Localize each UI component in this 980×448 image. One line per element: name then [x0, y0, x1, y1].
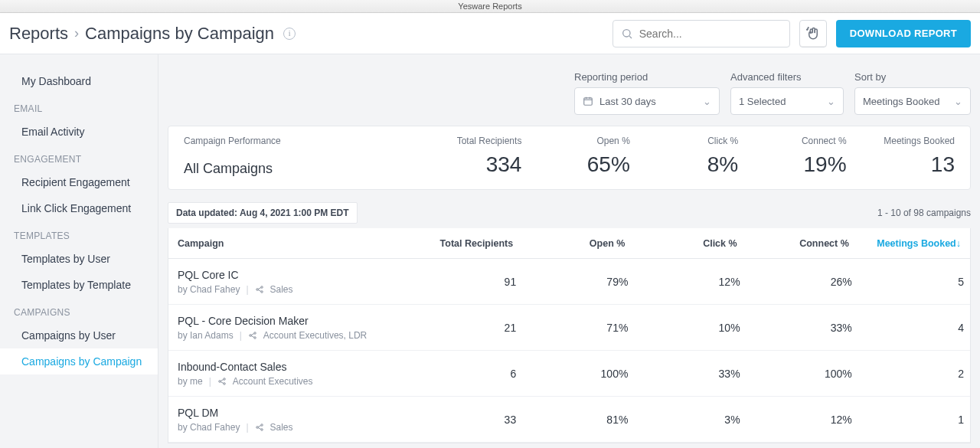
reporting-period-picker[interactable]: Last 30 days ⌄	[574, 87, 720, 115]
summary-val-meetings: 13	[850, 152, 955, 177]
svg-line-20	[220, 381, 224, 383]
info-icon[interactable]: i	[283, 28, 296, 40]
campaign-tag: Account Executives, LDR	[263, 330, 367, 341]
summary-val-connect: 19%	[741, 152, 846, 177]
summary-val-total-recipients: 334	[416, 152, 521, 177]
campaign-name: PQL - Core Decision Maker	[178, 315, 404, 327]
sidebar-item-templates-by-user[interactable]: Templates by User	[0, 246, 158, 272]
campaign-author: me	[190, 376, 203, 387]
svg-line-10	[258, 289, 261, 291]
campaign-name: PQL Core IC	[178, 269, 404, 281]
cell-total-recipients: 21	[404, 322, 516, 334]
table-row[interactable]: PQL DM by Chad Fahey | Sales 33 81% 3% 1…	[168, 397, 970, 443]
th-total-recipients[interactable]: Total Recipients	[404, 238, 516, 249]
sidebar: My Dashboard EMAIL Email Activity ENGAGE…	[0, 54, 158, 448]
svg-line-24	[258, 425, 261, 427]
campaign-tag: Sales	[270, 284, 293, 295]
sort-desc-icon: ↓	[956, 238, 961, 249]
sidebar-item-campaigns-by-user[interactable]: Campaigns by User	[0, 322, 158, 348]
cell-connect: 12%	[740, 414, 852, 426]
cell-open: 71%	[516, 322, 628, 334]
cell-total-recipients: 91	[404, 276, 516, 288]
share-icon	[248, 331, 257, 340]
chevron-down-icon: ⌄	[954, 96, 962, 107]
cell-meetings: 2	[852, 368, 964, 380]
calendar-icon	[583, 96, 593, 106]
th-campaign[interactable]: Campaign	[175, 238, 404, 249]
campaign-name: Inbound-Contact Sales	[178, 361, 404, 373]
sidebar-item-link-click-engagement[interactable]: Link Click Engagement	[0, 195, 158, 221]
sidebar-section-email: EMAIL	[0, 94, 158, 119]
search-input-wrap[interactable]	[612, 20, 790, 47]
sidebar-item-campaigns-by-campaign[interactable]: Campaigns by Campaign	[0, 348, 158, 374]
share-icon	[217, 377, 227, 386]
breadcrumb: Reports › Campaigns by Campaign i	[9, 24, 296, 44]
reporting-period-label: Reporting period	[574, 71, 720, 83]
chevron-down-icon: ⌄	[703, 96, 711, 107]
campaign-tag: Sales	[270, 422, 293, 433]
cell-click: 12%	[628, 276, 740, 288]
th-connect[interactable]: Connect %	[740, 238, 852, 249]
table-row[interactable]: PQL Core IC by Chad Fahey | Sales 91 79%…	[168, 259, 970, 305]
sort-by-label: Sort by	[854, 71, 971, 83]
svg-rect-2	[584, 98, 593, 105]
search-input[interactable]	[639, 28, 782, 40]
campaign-author: Chad Fahey	[190, 284, 240, 295]
svg-line-1	[629, 36, 632, 38]
sidebar-section-templates: TEMPLATES	[0, 221, 158, 246]
paging-label: 1 - 10 of 98 campaigns	[877, 208, 971, 218]
th-open[interactable]: Open %	[516, 238, 628, 249]
window-title: Yesware Reports	[458, 2, 521, 11]
table-row[interactable]: Inbound-Contact Sales by me | Account Ex…	[168, 351, 970, 397]
sidebar-item-my-dashboard[interactable]: My Dashboard	[0, 68, 158, 94]
chevron-down-icon: ⌄	[827, 96, 835, 107]
campaign-author: Ian Adams	[190, 330, 234, 341]
summary-col-open: Open %	[524, 136, 629, 152]
svg-line-19	[220, 379, 224, 381]
sidebar-item-email-activity[interactable]: Email Activity	[0, 119, 158, 145]
advanced-filters-value: 1 Selected	[739, 96, 786, 107]
advanced-filters-picker[interactable]: 1 Selected ⌄	[730, 87, 844, 115]
th-meetings[interactable]: Meetings Booked↓	[852, 238, 964, 249]
campaign-tag: Account Executives	[233, 376, 313, 387]
sidebar-section-engagement: ENGAGEMENT	[0, 145, 158, 169]
cell-click: 33%	[628, 368, 740, 380]
sidebar-item-recipient-engagement[interactable]: Recipient Engagement	[0, 169, 158, 195]
sort-by-value: Meetings Booked	[863, 96, 939, 107]
sidebar-section-campaigns: CAMPAIGNS	[0, 298, 158, 322]
breadcrumb-root[interactable]: Reports	[9, 24, 68, 44]
meta-row: Data updated: Aug 4, 2021 1:00 PM EDT 1 …	[168, 202, 971, 224]
svg-line-9	[258, 287, 261, 289]
search-icon	[621, 28, 633, 40]
summary-col-meetings: Meetings Booked	[850, 136, 955, 152]
summary-val-click: 8%	[633, 152, 738, 177]
cell-open: 100%	[516, 368, 628, 380]
summary-col-connect: Connect %	[741, 136, 846, 152]
download-report-button[interactable]: DOWNLOAD REPORT	[836, 20, 971, 47]
summary-name: All Campaigns	[184, 161, 413, 177]
advanced-filters-label: Advanced filters	[730, 71, 844, 83]
svg-line-15	[251, 335, 254, 337]
sort-by-picker[interactable]: Meetings Booked ⌄	[854, 87, 971, 115]
cell-connect: 33%	[740, 322, 852, 334]
cell-total-recipients: 6	[404, 368, 516, 380]
table-header: Campaign Total Recipients Open % Click %…	[168, 228, 970, 259]
summary-col-total-recipients: Total Recipients	[416, 136, 521, 152]
th-click[interactable]: Click %	[628, 238, 740, 249]
summary-card: Campaign Performance Total Recipients Op…	[168, 126, 971, 190]
topbar: Reports › Campaigns by Campaign i DOWNLO…	[0, 13, 980, 54]
cell-click: 3%	[628, 414, 740, 426]
cell-total-recipients: 33	[404, 414, 516, 426]
table-row[interactable]: PQL - Core Decision Maker by Ian Adams |…	[168, 305, 970, 351]
chevron-right-icon: ›	[74, 25, 79, 41]
sidebar-item-templates-by-template[interactable]: Templates by Template	[0, 272, 158, 298]
cell-connect: 26%	[740, 276, 852, 288]
share-icon	[255, 423, 264, 432]
cell-click: 10%	[628, 322, 740, 334]
svg-point-0	[622, 29, 629, 36]
window-titlebar: Yesware Reports	[0, 0, 980, 13]
campaign-table: Campaign Total Recipients Open % Click %…	[168, 228, 971, 443]
data-updated-label: Data updated: Aug 4, 2021 1:00 PM EDT	[168, 202, 358, 224]
cell-open: 79%	[516, 276, 628, 288]
wave-button[interactable]	[799, 20, 827, 47]
